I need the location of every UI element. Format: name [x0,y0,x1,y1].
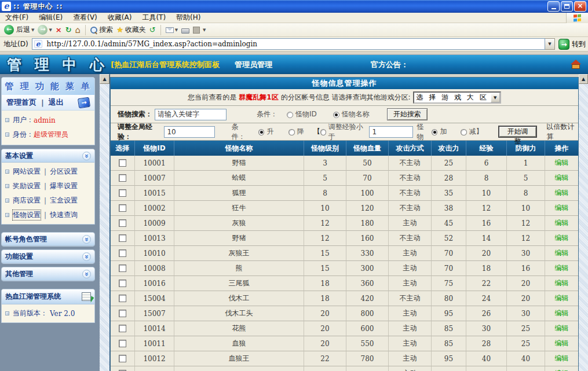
sidebar-section-bar[interactable]: 帐号角色管理« [1,232,95,247]
radio-up[interactable] [258,129,264,135]
edit-link[interactable]: 编辑 [555,233,569,243]
edit-link[interactable]: 编辑 [555,308,569,318]
sidebar-link[interactable]: 快速查询 [50,210,78,220]
edit-link[interactable]: 编辑 [555,173,569,183]
row-checkbox[interactable] [119,265,126,272]
chevron-down-icon[interactable]: « [82,152,91,160]
edit-button[interactable] [193,27,200,34]
basic-settings-header[interactable]: 基本设置 « [2,149,94,163]
edit-link[interactable]: 编辑 [555,339,569,348]
print-button[interactable] [181,27,189,34]
menu-item[interactable]: 帮助(H) [171,13,206,23]
radio-exp-less[interactable] [320,129,326,135]
mail-button[interactable]: ▼ [166,27,178,33]
edit-link[interactable]: 编辑 [555,324,569,333]
minimize-button[interactable] [547,1,560,12]
address-input[interactable]: e http://127.0.0.1/admin/57MG_index.asp?… [32,38,545,50]
chevron-down-icon[interactable]: « [82,235,91,244]
edit-link[interactable]: 编辑 [555,248,569,258]
scroll-up-button[interactable]: ▲ [579,74,588,84]
back-dropdown-icon[interactable]: ▼ [31,28,34,32]
sidebar-link[interactable]: 分区设置 [50,167,78,177]
row-checkbox[interactable] [119,234,126,242]
address-dropdown-button[interactable]: ▼ [545,38,555,50]
content-scrollbar[interactable]: ▲ [579,74,588,371]
scroll-up-button[interactable]: ▲ [100,74,109,84]
favorites-button[interactable]: ★ 收藏夹 [116,25,146,35]
sidebar-link[interactable]: 爆率设置 [50,181,78,191]
adjust-exp-input[interactable] [164,126,215,138]
row-checkbox[interactable] [119,189,126,197]
restore-button[interactable] [561,1,573,12]
exp-less-input[interactable] [369,126,413,138]
sidebar-link[interactable]: 怪物设置 [13,210,41,220]
sidebar-section-bar[interactable]: 其他管理« [1,267,95,281]
select-dropdown-icon[interactable]: ▼ [491,93,500,102]
sidebar-link[interactable]: 网站设置 [13,167,41,177]
forward-dropdown-icon[interactable]: ▼ [49,28,52,32]
sidebar-section-header[interactable]: 其他管理« [2,267,94,281]
chevron-down-icon[interactable]: « [82,252,91,261]
home-button[interactable]: ⌂ [75,25,81,35]
start-adjust-button[interactable]: 开始调整 [498,126,538,138]
history-button[interactable]: ↺ [149,25,156,34]
row-checkbox[interactable] [119,204,126,212]
zone-select[interactable]: 选 择 游 戏 大 区 ▼ [413,91,501,104]
stop-button[interactable]: × [56,25,62,34]
go-button[interactable]: → 转到 [558,39,586,50]
row-checkbox[interactable] [119,219,126,227]
edit-link[interactable]: 编辑 [555,293,569,303]
edit-link[interactable]: 编辑 [555,218,569,228]
menu-item[interactable]: 文件(F) [0,13,34,23]
edit-link[interactable]: 编辑 [555,203,569,213]
radio-down[interactable] [288,129,294,135]
sidebar-scrollbar[interactable]: ▲ [100,74,109,371]
menu-item[interactable]: 编辑(E) [34,13,68,23]
refresh-button[interactable]: ↻ [65,25,72,34]
row-checkbox[interactable] [119,355,126,362]
address-url[interactable]: http://127.0.0.1/admin/57MG_index.asp?ac… [47,40,257,48]
edit-link[interactable]: 编辑 [555,188,569,198]
radio-monster-name[interactable] [333,112,339,118]
banner-home-icon[interactable] [571,60,581,69]
row-checkbox[interactable] [119,174,126,182]
menu-item[interactable]: 查看(V) [68,13,103,23]
menu-item[interactable]: 工具(T) [137,13,171,23]
row-checkbox[interactable] [119,159,126,167]
search-button[interactable]: 搜索 [90,25,113,35]
mail-dropdown-icon[interactable]: ▼ [175,28,178,32]
row-checkbox[interactable] [119,340,126,347]
sidebar-section-header[interactable]: 功能设置« [2,250,94,263]
row-checkbox[interactable] [119,325,126,332]
sidebar-link[interactable]: 商店设置 [13,196,41,205]
row-checkbox[interactable] [119,295,126,302]
edit-link[interactable]: 编辑 [555,158,569,168]
sidebar-home-link[interactable]: 管理首页 [6,97,36,108]
table-cell: 10 [507,201,545,216]
nav-admin-management[interactable]: 管理员管理 [235,60,272,70]
row-checkbox[interactable] [119,280,126,287]
radio-monster-id[interactable] [287,112,293,118]
sidebar-section-header[interactable]: 帐号角色管理« [2,233,94,246]
radio-add[interactable] [432,129,437,135]
row-checkbox[interactable] [119,249,126,257]
edit-link[interactable]: 编辑 [555,278,569,288]
close-button[interactable]: × [574,1,586,12]
sidebar-exit-link[interactable]: 退出 [49,97,64,108]
sidebar-section-bar[interactable]: 功能设置« [1,249,95,264]
toolbar-overflow-icon[interactable]: ▼ [203,28,206,32]
start-search-button[interactable]: 开始搜索 [387,108,428,120]
edit-link[interactable]: 编辑 [555,369,569,371]
chevron-down-icon[interactable]: « [82,270,91,278]
menu-item[interactable]: 收藏(A) [103,13,137,23]
sidebar-link[interactable]: 奖励设置 [13,181,41,191]
back-button[interactable]: ← 后退 ▼ [4,25,34,35]
table-cell: 800 [346,306,389,321]
monster-search-input[interactable] [155,109,227,120]
sidebar-link[interactable]: 宝盒设置 [50,196,78,205]
forward-button[interactable]: → ▼ [38,25,52,35]
radio-subtract[interactable] [461,129,466,135]
edit-link[interactable]: 编辑 [555,354,569,363]
edit-link[interactable]: 编辑 [555,263,569,273]
row-checkbox[interactable] [119,310,126,317]
